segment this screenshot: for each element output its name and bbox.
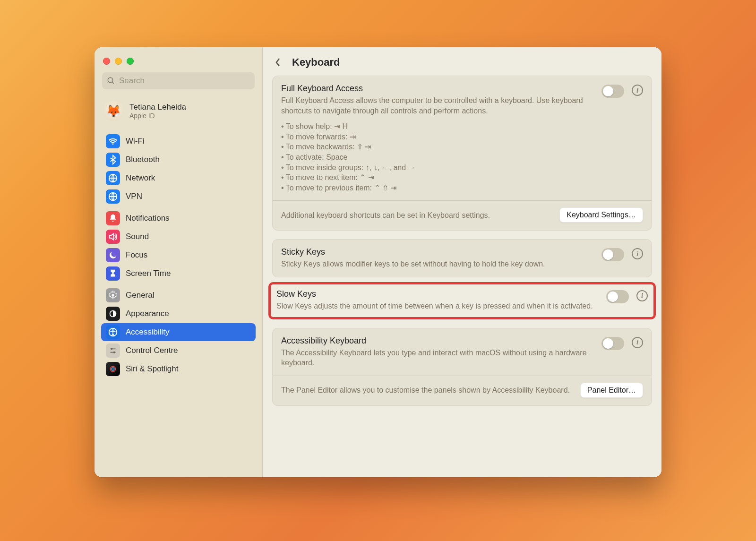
svg-point-10	[111, 367, 116, 372]
slow-keys-title: Slow Keys	[276, 289, 599, 299]
sidebar-item-notifications[interactable]: Notifications	[101, 209, 256, 227]
slow-keys-toggle[interactable]	[606, 290, 629, 303]
keyboard-settings-button[interactable]: Keyboard Settings…	[559, 207, 643, 223]
user-subtitle: Apple ID	[129, 112, 186, 120]
vpn-icon	[106, 189, 120, 204]
sidebar: 🦊 Tetiana Leheida Apple ID Wi-Fi Bluetoo…	[94, 47, 263, 477]
sticky-keys-title: Sticky Keys	[281, 247, 594, 257]
window-controls	[99, 55, 258, 72]
sidebar-item-label: Network	[126, 173, 155, 183]
accessibility-keyboard-card: Accessibility Keyboard The Accessibility…	[272, 328, 652, 406]
accessibility-icon	[106, 325, 120, 339]
bell-icon	[106, 211, 120, 225]
shortcut-line: To activate: Space	[281, 152, 594, 163]
sidebar-item-appearance[interactable]: Appearance	[101, 305, 256, 323]
full-keyboard-access-info-button[interactable]: i	[632, 85, 643, 96]
siri-icon	[106, 362, 120, 376]
panel-editor-note: The Panel Editor allows you to customise…	[281, 385, 573, 395]
accessibility-keyboard-toggle[interactable]	[601, 337, 624, 350]
sidebar-item-label: Siri & Spotlight	[126, 364, 179, 374]
settings-window: 🦊 Tetiana Leheida Apple ID Wi-Fi Bluetoo…	[94, 47, 662, 477]
search-input[interactable]	[119, 76, 250, 86]
accessibility-keyboard-title: Accessibility Keyboard	[281, 336, 594, 346]
search-icon	[107, 77, 115, 85]
minimize-window-button[interactable]	[115, 58, 122, 65]
svg-point-4	[112, 294, 114, 297]
close-window-button[interactable]	[103, 58, 110, 65]
sidebar-item-sound[interactable]: Sound	[101, 228, 256, 246]
sidebar-item-control-centre[interactable]: Control Centre	[101, 342, 256, 360]
settings-scroll: Full Keyboard Access Full Keyboard Acces…	[263, 76, 662, 406]
globe-icon	[106, 171, 120, 185]
sidebar-item-label: Control Centre	[126, 346, 178, 355]
sidebar-item-label: Screen Time	[126, 269, 171, 278]
shortcut-line: To move backwards: ⇧ ⇥	[281, 142, 594, 152]
page-title: Keyboard	[292, 56, 340, 69]
sidebar-item-label: VPN	[126, 192, 142, 201]
sidebar-item-label: General	[126, 291, 154, 300]
panel-editor-button[interactable]: Panel Editor…	[580, 383, 643, 398]
accessibility-keyboard-desc: The Accessibility Keyboard lets you type…	[281, 348, 594, 368]
full-keyboard-access-shortcuts: To show help: ⇥ H To move forwards: ⇥ To…	[281, 121, 594, 193]
sidebar-item-label: Wi-Fi	[126, 137, 145, 146]
svg-line-1	[112, 82, 114, 84]
sidebar-item-focus[interactable]: Focus	[101, 246, 256, 264]
zoom-window-button[interactable]	[127, 58, 134, 65]
full-keyboard-access-title: Full Keyboard Access	[281, 84, 594, 94]
sidebar-item-vpn[interactable]: VPN	[101, 188, 256, 206]
shortcut-line: To move inside groups: ↑, ↓, ←, and →	[281, 163, 594, 173]
sticky-keys-desc: Sticky Keys allows modifier keys to be s…	[281, 259, 594, 269]
speaker-icon	[106, 230, 120, 244]
sidebar-item-label: Sound	[126, 232, 149, 241]
control-centre-icon	[106, 343, 120, 358]
back-button[interactable]	[271, 56, 284, 69]
sticky-keys-info-button[interactable]: i	[632, 248, 643, 259]
content-area: Keyboard Full Keyboard Access Full Keybo…	[263, 47, 662, 477]
keyboard-shortcuts-note: Additional keyboard shortcuts can be set…	[281, 210, 552, 221]
bluetooth-icon	[106, 153, 120, 167]
divider	[273, 200, 652, 201]
shortcut-line: To move forwards: ⇥	[281, 132, 594, 142]
sidebar-item-network[interactable]: Network	[101, 169, 256, 187]
search-field-container	[102, 72, 255, 89]
sidebar-item-label: Accessibility	[126, 327, 170, 337]
hourglass-icon	[106, 266, 120, 281]
sidebar-group-alerts: Notifications Sound Focus Screen Time	[99, 206, 258, 283]
sticky-keys-toggle[interactable]	[601, 248, 624, 261]
avatar: 🦊	[103, 101, 124, 121]
slow-keys-card: Slow Keys Slow Keys adjusts the amount o…	[272, 282, 652, 319]
slow-keys-desc: Slow Keys adjusts the amount of time bet…	[276, 301, 599, 311]
svg-point-8	[111, 348, 112, 350]
svg-point-9	[113, 352, 115, 353]
full-keyboard-access-toggle[interactable]	[601, 85, 624, 98]
full-keyboard-access-desc: Full Keyboard Access allows the computer…	[281, 95, 594, 116]
svg-point-7	[112, 329, 113, 331]
shortcut-line: To move to previous item: ⌃ ⇧ ⇥	[281, 183, 594, 193]
slow-keys-info-button[interactable]: i	[636, 290, 648, 301]
svg-point-0	[108, 77, 113, 83]
apple-id-row[interactable]: 🦊 Tetiana Leheida Apple ID	[99, 96, 258, 129]
sidebar-item-label: Focus	[126, 250, 147, 260]
svg-point-11	[112, 368, 114, 370]
sidebar-item-wifi[interactable]: Wi-Fi	[101, 132, 256, 150]
sidebar-item-general[interactable]: General	[101, 286, 256, 304]
sticky-keys-card: Sticky Keys Sticky Keys allows modifier …	[272, 239, 652, 277]
moon-icon	[106, 248, 120, 262]
sidebar-item-label: Appearance	[126, 309, 169, 318]
gear-icon	[106, 288, 120, 302]
chevron-left-icon	[275, 58, 281, 67]
sidebar-item-bluetooth[interactable]: Bluetooth	[101, 151, 256, 169]
sidebar-item-siri-spotlight[interactable]: Siri & Spotlight	[101, 360, 256, 378]
wifi-icon	[106, 134, 120, 148]
full-keyboard-access-card: Full Keyboard Access Full Keyboard Acces…	[272, 76, 652, 231]
sidebar-group-network: Wi-Fi Bluetooth Network VPN	[99, 129, 258, 206]
user-name: Tetiana Leheida	[129, 103, 186, 112]
sidebar-item-screen-time[interactable]: Screen Time	[101, 265, 256, 283]
sidebar-item-label: Bluetooth	[126, 155, 160, 164]
sidebar-item-label: Notifications	[126, 214, 170, 223]
sidebar-group-general: General Appearance Accessibility Control…	[99, 283, 258, 378]
accessibility-keyboard-info-button[interactable]: i	[632, 337, 643, 348]
header: Keyboard	[263, 47, 662, 76]
shortcut-line: To show help: ⇥ H	[281, 121, 594, 132]
sidebar-item-accessibility[interactable]: Accessibility	[101, 323, 256, 341]
